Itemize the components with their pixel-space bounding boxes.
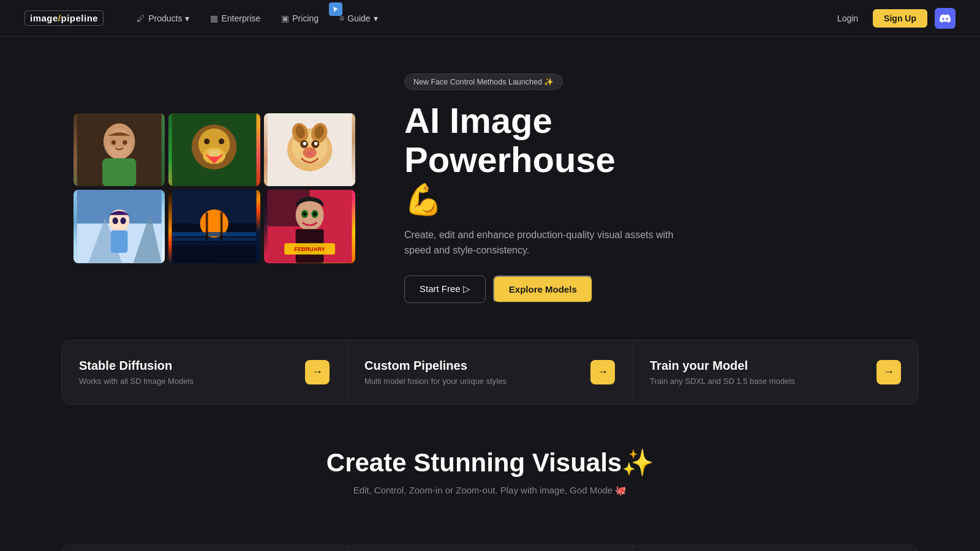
svg-point-9 xyxy=(198,129,230,160)
hero-image-5 xyxy=(168,190,260,263)
svg-point-49 xyxy=(301,210,308,218)
svg-marker-31 xyxy=(88,218,122,263)
hero-buttons: Start Free ▷ Explore Models xyxy=(404,276,747,303)
bottom-feature-controlnets[interactable]: ControlNets xyxy=(633,545,918,551)
svg-rect-53 xyxy=(295,230,323,263)
svg-rect-54 xyxy=(284,244,335,255)
bottom-feature-outpainting[interactable]: Outpainting xyxy=(62,545,347,551)
discord-button[interactable] xyxy=(935,8,956,29)
svg-rect-43 xyxy=(172,242,257,246)
svg-marker-32 xyxy=(134,212,162,263)
hero-text-area: New Face Control Methods Launched ✨ AI I… xyxy=(404,73,747,303)
svg-point-48 xyxy=(295,200,323,231)
svg-point-14 xyxy=(219,138,224,144)
svg-rect-41 xyxy=(172,232,257,236)
visuals-section: Create Stunning Visuals✨ Edit, Control, … xyxy=(0,405,980,520)
feature-card-left-0: Stable Diffusion Works with all SD Image… xyxy=(79,359,194,386)
svg-point-22 xyxy=(313,124,325,140)
feature-title-2: Train your Model xyxy=(650,359,795,373)
signup-button[interactable]: Sign Up xyxy=(873,9,927,28)
svg-point-51 xyxy=(303,212,306,216)
explore-models-button[interactable]: Explore Models xyxy=(493,276,593,303)
svg-point-8 xyxy=(192,124,237,170)
feature-desc-0: Works with all SD Image Models xyxy=(79,377,194,386)
logo[interactable]: image/pipeline xyxy=(24,10,104,26)
svg-point-25 xyxy=(303,142,306,146)
feature-card-left-2: Train your Model Train any SDXL and SD 1… xyxy=(650,359,795,386)
hero-subtitle: Create, edit and enhance production-qual… xyxy=(404,227,680,258)
svg-point-35 xyxy=(121,217,126,224)
hero-image-2 xyxy=(168,113,260,186)
feature-card-left-1: Custom Pipelines Multi model fusion for … xyxy=(364,359,507,386)
svg-point-20 xyxy=(309,121,329,145)
feature-card-train-model[interactable]: Train your Model Train any SDXL and SD 1… xyxy=(633,340,918,404)
hero-image-1 xyxy=(74,113,165,186)
feature-arrow-0[interactable]: → xyxy=(305,360,330,384)
hero-emoji: 💪 xyxy=(404,182,747,217)
svg-point-10 xyxy=(203,147,226,164)
svg-text:FEBRUARY: FEBRUARY xyxy=(294,247,325,253)
login-button[interactable]: Login xyxy=(830,10,865,27)
svg-point-6 xyxy=(123,140,127,144)
svg-point-34 xyxy=(113,217,118,224)
svg-point-1 xyxy=(104,123,135,159)
svg-point-39 xyxy=(200,210,228,238)
svg-point-21 xyxy=(294,124,306,140)
start-free-button[interactable]: Start Free ▷ xyxy=(404,276,486,303)
hero-title: AI Image Powerhouse xyxy=(404,101,747,179)
products-icon: 🖊 xyxy=(137,13,145,23)
svg-rect-46 xyxy=(267,190,352,263)
svg-point-24 xyxy=(311,140,319,148)
feature-title-1: Custom Pipelines xyxy=(364,359,507,373)
announcement-badge[interactable]: New Face Control Methods Launched ✨ xyxy=(404,73,563,90)
feature-title-0: Stable Diffusion xyxy=(79,359,194,373)
svg-rect-47 xyxy=(267,190,309,227)
logo-text[interactable]: image/pipeline xyxy=(24,10,104,26)
svg-point-27 xyxy=(303,147,316,158)
svg-rect-30 xyxy=(77,224,162,263)
svg-point-23 xyxy=(300,140,308,148)
svg-rect-16 xyxy=(267,113,352,186)
svg-point-19 xyxy=(290,121,310,145)
bottom-feature-photomaker[interactable]: Photomaker xyxy=(347,545,633,551)
nav-links: 🖊 Products ▾ ▦ Enterprise ▣ Pricing ≡ Gu… xyxy=(128,10,830,27)
svg-point-52 xyxy=(313,212,317,216)
hero-image-3 xyxy=(264,113,355,186)
feature-arrow-1[interactable]: → xyxy=(590,360,615,384)
feature-desc-1: Multi model fusion for your unique style… xyxy=(364,377,507,386)
enterprise-label: Enterprise xyxy=(221,13,260,23)
svg-rect-0 xyxy=(77,113,162,186)
badge-text: New Face Control Methods Launched ✨ xyxy=(413,77,554,86)
nav-item-pricing[interactable]: ▣ Pricing xyxy=(273,10,327,27)
hero-image-4 xyxy=(74,190,165,263)
visuals-title: Create Stunning Visuals✨ xyxy=(24,448,956,478)
visuals-subtitle: Edit, Control, Zoom-in or Zoom-out. Play… xyxy=(24,485,956,496)
feature-arrow-2[interactable]: → xyxy=(876,360,901,384)
svg-rect-45 xyxy=(221,212,223,241)
hero-section: FEBRUARY New Face Control Methods Launch… xyxy=(0,37,980,340)
cursor-indicator xyxy=(329,2,342,16)
svg-point-5 xyxy=(111,140,116,144)
svg-point-40 xyxy=(200,210,228,238)
svg-rect-37 xyxy=(172,190,257,263)
feature-card-stable-diffusion[interactable]: Stable Diffusion Works with all SD Image… xyxy=(62,340,347,404)
nav-right: Login Sign Up xyxy=(830,8,956,29)
svg-rect-42 xyxy=(172,238,257,241)
nav-item-enterprise[interactable]: ▦ Enterprise xyxy=(202,10,269,27)
svg-point-4 xyxy=(108,132,130,148)
pricing-icon: ▣ xyxy=(281,13,289,23)
products-label: Products xyxy=(148,13,182,23)
guide-chevron: ▾ xyxy=(374,13,378,23)
feature-card-custom-pipelines[interactable]: Custom Pipelines Multi model fusion for … xyxy=(347,340,633,404)
svg-point-17 xyxy=(287,129,333,171)
enterprise-icon: ▦ xyxy=(210,13,218,23)
svg-rect-7 xyxy=(172,113,257,186)
guide-label: Guide xyxy=(347,13,370,23)
svg-point-2 xyxy=(107,129,131,160)
hero-image-grid: FEBRUARY xyxy=(74,113,355,263)
svg-rect-3 xyxy=(102,158,136,186)
svg-point-13 xyxy=(204,138,209,144)
nav-item-products[interactable]: 🖊 Products ▾ xyxy=(128,10,198,27)
svg-point-18 xyxy=(292,130,328,164)
feature-cards: Stable Diffusion Works with all SD Image… xyxy=(61,340,919,405)
